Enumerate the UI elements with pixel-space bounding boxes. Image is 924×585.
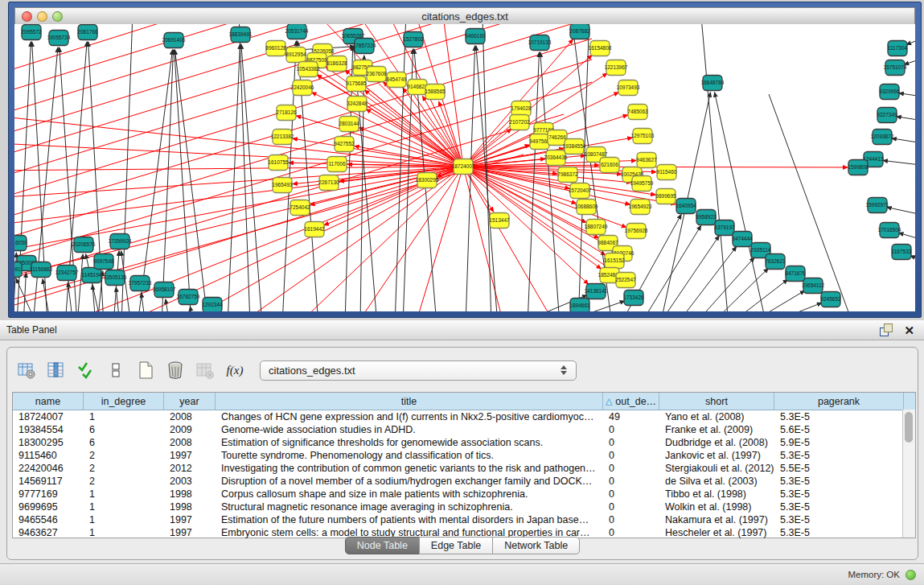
network-node[interactable]: 17016504 (878, 223, 901, 238)
network-node[interactable]: 1894661 (569, 299, 590, 312)
network-node[interactable]: 621606 (600, 158, 619, 173)
network-node[interactable]: 18839491 (229, 27, 253, 43)
network-canvas[interactable]: 1872400718300295209557219055724208176620… (14, 24, 915, 311)
network-node[interactable]: 1167533 (892, 245, 912, 260)
network-node[interactable]: 8958923 (696, 210, 717, 225)
network-node[interactable]: 9466160 (465, 29, 486, 44)
network-node[interactable]: 1615152 (604, 253, 625, 269)
table-row[interactable]: 977716911998Corpus callosum shape and si… (13, 488, 915, 501)
network-node[interactable]: 2095572 (21, 25, 42, 40)
network-node[interactable]: 1733426 (623, 290, 644, 306)
network-node[interactable]: 391591 (14, 262, 22, 278)
network-node[interactable]: 9115460 (657, 165, 677, 180)
network-node[interactable]: 12213382 (271, 130, 294, 145)
network-node[interactable]: 17359924 (109, 234, 132, 249)
tab-node-table[interactable]: Node Table (345, 537, 420, 554)
network-node[interactable]: 10543382 (297, 62, 320, 77)
network-node[interactable]: 1292344 (202, 298, 223, 312)
network-node[interactable]: 16958107 (153, 282, 176, 298)
network-node[interactable]: 10719133 (528, 35, 552, 51)
network-node[interactable]: 8912954 (285, 47, 306, 63)
network-node[interactable]: 19055724 (47, 31, 71, 46)
network-node[interactable]: 12093872 (871, 130, 894, 145)
network-node[interactable]: 12342757 (55, 266, 79, 281)
table-selector-dropdown[interactable]: citations_edges.txt (260, 360, 577, 381)
network-node[interactable]: 18300295 (416, 173, 439, 188)
network-node[interactable]: 2267130 (318, 175, 339, 191)
network-node[interactable]: 9175685 (346, 76, 367, 92)
network-node[interactable]: 1588565 (425, 84, 446, 100)
network-node[interactable]: 9463627 (636, 153, 657, 168)
network-node[interactable]: 12975103 (631, 129, 655, 144)
network-node[interactable]: 18807249 (585, 220, 608, 235)
network-node[interactable]: 15992971 (866, 198, 889, 213)
network-node[interactable]: 8186328 (326, 56, 347, 72)
delete-column-icon[interactable] (164, 358, 187, 382)
function-builder-icon[interactable]: f(x) (224, 358, 246, 382)
row-selection-icon[interactable] (75, 358, 97, 382)
network-node[interactable]: 20206576 (72, 237, 96, 253)
scrollbar-thumb[interactable] (905, 412, 913, 443)
network-node[interactable]: 2107202 (509, 115, 530, 130)
network-node[interactable]: 22420046 (291, 80, 314, 96)
table-row[interactable]: 1456911722003Disruption of a novel membe… (13, 475, 915, 488)
network-node[interactable]: 9245652 (820, 292, 841, 307)
network-node[interactable]: 8471676 (785, 266, 806, 282)
column-header-title[interactable]: title (216, 393, 603, 410)
network-window-titlebar[interactable]: citations_edges.txt (14, 7, 915, 25)
network-graph[interactable]: 1872400718300295209557219055724208176620… (14, 24, 915, 311)
network-node[interactable]: 1527802 (403, 32, 424, 47)
network-node[interactable]: 10973493 (617, 80, 640, 96)
network-node[interactable]: 15751074 (884, 60, 907, 76)
network-node[interactable]: 19654923 (629, 200, 652, 215)
network-node[interactable]: 1619442 (304, 222, 325, 237)
network-node[interactable]: 1794028 (511, 101, 532, 117)
network-node[interactable]: 13505135 (104, 270, 127, 286)
network-node[interactable]: 1117304 (888, 41, 908, 56)
column-header-pagerank[interactable]: pagerank (774, 393, 904, 410)
network-node[interactable]: 1145194 (82, 268, 102, 283)
column-header-name[interactable]: name (13, 393, 84, 410)
network-node[interactable]: 20531744 (285, 24, 309, 39)
network-node[interactable]: 3242848 (347, 97, 368, 112)
column-header-year[interactable]: year (164, 393, 216, 410)
table-row[interactable]: 2242004622012Investigating the contribut… (13, 462, 915, 475)
network-node[interactable]: 16648784 (701, 76, 725, 91)
zoom-window-button[interactable] (52, 11, 63, 22)
network-node[interactable]: 2367608 (366, 67, 387, 82)
network-node[interactable]: 9474444 (732, 232, 753, 247)
table-row[interactable]: 969969511998Structural magnetic resonanc… (13, 501, 915, 513)
network-node[interactable]: 117006 (327, 157, 347, 172)
network-node[interactable]: 17957233 (129, 276, 152, 291)
network-node[interactable]: 6379197 (714, 220, 735, 236)
column-header-short[interactable]: short (659, 393, 774, 410)
network-node[interactable]: 1965493 (272, 178, 293, 193)
table-settings-icon[interactable] (15, 358, 38, 382)
network-node[interactable]: 2522547 (615, 273, 636, 288)
network-node[interactable]: 19495759 (630, 176, 654, 192)
network-node[interactable]: 10654112 (802, 278, 825, 294)
network-node[interactable]: 15720407 (569, 183, 592, 199)
network-node[interactable]: 9427552 (334, 137, 355, 152)
network-node[interactable]: 2803144 (339, 117, 359, 132)
network-node[interactable]: 2016050 (14, 236, 27, 251)
network-node[interactable]: 9097548 (93, 254, 114, 270)
network-node[interactable]: 7986372 (557, 167, 578, 183)
network-node[interactable]: 9899695 (655, 189, 676, 204)
network-node[interactable]: 1513447 (489, 213, 510, 229)
network-node[interactable]: 20364436 (544, 150, 568, 166)
network-node[interactable]: 2718126 (276, 105, 297, 121)
network-node[interactable]: 11156863 (30, 262, 52, 278)
network-node[interactable]: 18724007 (452, 159, 475, 175)
minimize-window-button[interactable] (37, 11, 47, 22)
tab-edge-table[interactable]: Edge Table (419, 537, 493, 554)
network-node[interactable]: 14136141 (585, 284, 608, 299)
network-node[interactable]: 19756928 (625, 224, 648, 239)
select-columns-icon[interactable] (45, 358, 68, 382)
network-node[interactable]: 16154808 (589, 41, 612, 56)
table-row[interactable]: 911546021997Tourette syndrome. Phenomeno… (13, 449, 915, 462)
float-panel-icon[interactable] (880, 323, 893, 336)
column-header-in_degree[interactable]: in_degree (84, 393, 164, 410)
network-node[interactable]: 9227349 (877, 108, 897, 123)
close-window-button[interactable] (22, 11, 32, 22)
